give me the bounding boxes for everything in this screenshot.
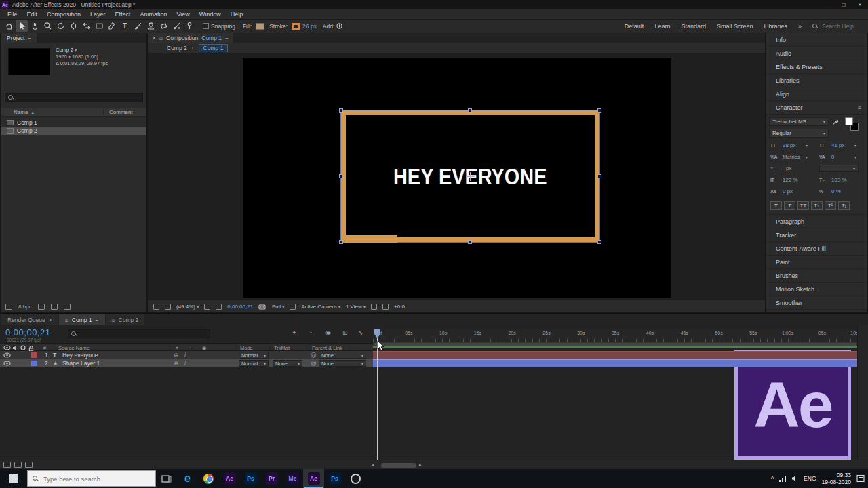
breadcrumb-comp1[interactable]: Comp 1 bbox=[199, 44, 229, 52]
menu-help[interactable]: Help bbox=[226, 11, 248, 18]
taskbar-media-encoder-icon[interactable]: Me bbox=[282, 469, 303, 488]
column-name[interactable]: Name bbox=[14, 109, 28, 115]
selection-handle[interactable] bbox=[468, 108, 472, 113]
workspace-libraries[interactable]: Libraries bbox=[764, 23, 787, 30]
language-indicator[interactable]: ENG bbox=[804, 475, 816, 482]
taskbar-search[interactable] bbox=[27, 470, 156, 487]
panel-menu-icon[interactable]: ≡ bbox=[28, 35, 31, 41]
expand-in-out-icon[interactable] bbox=[25, 462, 33, 468]
panel-brushes[interactable]: Brushes bbox=[766, 269, 867, 283]
project-bit-depth[interactable]: 8 bpc bbox=[18, 304, 32, 310]
project-tab[interactable]: Project ≡ bbox=[1, 33, 37, 43]
close-icon[interactable]: × bbox=[153, 35, 156, 41]
selection-handle[interactable] bbox=[339, 108, 343, 113]
close-icon[interactable]: × bbox=[49, 317, 52, 323]
snapshot-icon[interactable] bbox=[258, 303, 267, 310]
kerning-value[interactable]: Metrics bbox=[783, 154, 800, 160]
pickwhip-icon[interactable]: @ bbox=[311, 360, 317, 367]
maximize-button[interactable]: □ bbox=[835, 0, 852, 9]
pen-tool-icon[interactable] bbox=[106, 20, 118, 32]
pickwhip-icon[interactable]: @ bbox=[311, 352, 317, 359]
layer-switch-icon[interactable]: ⊕ bbox=[174, 352, 178, 359]
menu-layer[interactable]: Layer bbox=[85, 11, 111, 18]
panel-menu-icon[interactable]: ≡ bbox=[225, 35, 229, 41]
column-number[interactable]: # bbox=[43, 345, 46, 351]
blend-mode-select[interactable]: Normal▾ bbox=[239, 352, 269, 359]
layer-label-chip[interactable] bbox=[31, 352, 37, 358]
always-preview-icon[interactable] bbox=[153, 304, 159, 310]
composition-tab[interactable]: × ⊞ Composition Comp 1 ≡ bbox=[148, 33, 233, 43]
resolution-select[interactable]: Full ▾ bbox=[272, 304, 284, 310]
panel-effects-presets[interactable]: Effects & Presets bbox=[766, 60, 867, 74]
horizontal-scale-value[interactable]: 103 % bbox=[831, 177, 847, 183]
taskbar-edge-icon[interactable]: e bbox=[177, 469, 198, 488]
faux-italic-button[interactable]: T bbox=[784, 201, 795, 210]
column-trkmat[interactable]: TrkMat bbox=[274, 345, 290, 351]
layer-label-chip[interactable] bbox=[31, 361, 37, 366]
pixel-aspect-icon[interactable] bbox=[371, 304, 377, 310]
magnification-value[interactable]: (49.4%) ▾ bbox=[176, 304, 199, 310]
region-of-interest-icon[interactable] bbox=[290, 304, 296, 310]
composition-mini-flowchart-icon[interactable]: ✦ bbox=[292, 329, 297, 336]
taskbar-clock[interactable]: 09:33 19-08-2020 bbox=[822, 472, 851, 485]
layer-row-1[interactable]: 1 T Hey everyone ⊕ / Normal▾ @ None▾ bbox=[0, 351, 373, 359]
eyedropper-icon[interactable] bbox=[832, 118, 840, 125]
layer-bar-text[interactable] bbox=[373, 351, 857, 359]
expand-transfer-controls-icon[interactable] bbox=[14, 462, 22, 468]
panel-libraries[interactable]: Libraries bbox=[766, 74, 867, 87]
pan-behind-tool-icon[interactable] bbox=[80, 20, 92, 32]
footer-timecode[interactable]: 0;00;00;21 bbox=[227, 304, 253, 310]
tsume-value[interactable]: 0 % bbox=[831, 188, 841, 195]
taskbar-chrome-icon[interactable] bbox=[198, 469, 219, 488]
stroke-swatch[interactable] bbox=[292, 23, 300, 30]
chevron-down-icon[interactable]: ▾ bbox=[806, 143, 808, 148]
menu-animation[interactable]: Animation bbox=[135, 11, 172, 18]
chevron-down-icon[interactable]: ▾ bbox=[75, 48, 77, 52]
zoom-in-icon[interactable]: ▸ bbox=[419, 462, 422, 468]
menu-edit[interactable]: Edit bbox=[22, 11, 43, 18]
tray-expand-icon[interactable]: ^ bbox=[771, 475, 774, 482]
snapping-checkbox[interactable] bbox=[203, 23, 209, 29]
panel-tracker[interactable]: Tracker bbox=[766, 228, 867, 242]
layer-switch-icon[interactable]: ⊕ bbox=[174, 360, 178, 367]
trkmat-select[interactable]: None▾ bbox=[273, 360, 302, 367]
clone-stamp-tool-icon[interactable] bbox=[144, 20, 157, 32]
panel-menu-icon[interactable]: ≡ bbox=[96, 317, 99, 323]
selection-handle[interactable] bbox=[468, 240, 472, 244]
layer-name[interactable]: Shape Layer 1 bbox=[62, 360, 100, 367]
selection-handle[interactable] bbox=[339, 174, 343, 178]
panel-smoother[interactable]: Smoother bbox=[766, 296, 867, 310]
main-viewer-icon[interactable] bbox=[165, 304, 171, 310]
close-button[interactable]: × bbox=[852, 0, 868, 9]
stroke-width-value[interactable]: - px bbox=[783, 165, 791, 171]
eye-icon[interactable] bbox=[3, 352, 11, 358]
blend-mode-select[interactable]: Normal▾ bbox=[239, 360, 269, 367]
subscript-button[interactable]: T₁ bbox=[838, 201, 850, 210]
fill-swatch[interactable] bbox=[256, 23, 264, 30]
font-family-select[interactable]: Trebuchet MS▾ bbox=[769, 117, 829, 126]
chevron-down-icon[interactable]: ▾ bbox=[806, 155, 808, 159]
font-size-value[interactable]: 38 px bbox=[783, 142, 796, 148]
parent-select[interactable]: None▾ bbox=[319, 352, 366, 359]
menu-file[interactable]: File bbox=[3, 11, 22, 18]
taskbar-premiere-icon[interactable]: Pr bbox=[261, 469, 282, 488]
tab-comp2[interactable]: ⊞Comp 2 bbox=[106, 314, 145, 325]
choose-grid-icon[interactable] bbox=[204, 304, 210, 310]
hand-tool-icon[interactable] bbox=[28, 20, 41, 32]
draft-3d-icon[interactable]: ◔ bbox=[309, 329, 312, 336]
parent-select[interactable]: None▾ bbox=[319, 360, 366, 367]
chevron-down-icon[interactable]: ▾ bbox=[854, 155, 856, 159]
faux-bold-button[interactable]: T bbox=[770, 201, 782, 210]
exposure-value[interactable]: +0.0 bbox=[394, 304, 405, 310]
brush-tool-icon[interactable] bbox=[132, 20, 144, 32]
project-row-comp2[interactable]: Comp 2 bbox=[1, 127, 146, 135]
stroke-width-value[interactable]: 26 px bbox=[302, 23, 317, 30]
tab-comp1[interactable]: ⊞Comp 1≡ bbox=[59, 314, 105, 325]
taskbar-obs-icon[interactable] bbox=[345, 469, 366, 488]
volume-icon[interactable] bbox=[791, 475, 798, 482]
roto-brush-tool-icon[interactable] bbox=[170, 20, 182, 32]
new-composition-icon[interactable] bbox=[51, 304, 58, 310]
column-parent-link[interactable]: Parent & Link bbox=[312, 345, 342, 351]
shape-tool-icon[interactable] bbox=[93, 20, 105, 32]
selection-handle[interactable] bbox=[597, 240, 601, 244]
